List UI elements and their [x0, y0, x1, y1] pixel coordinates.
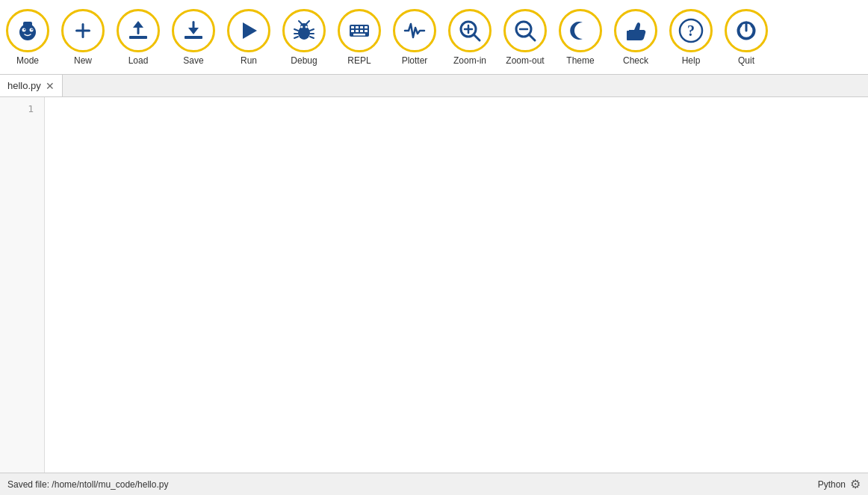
svg-line-21 [294, 29, 298, 31]
zoomin-button[interactable]: Zoom-in [442, 6, 497, 69]
save-button[interactable]: Save [166, 6, 221, 69]
editor-container: 1 [0, 97, 868, 473]
run-label: Run [241, 55, 257, 66]
run-icon [227, 9, 270, 52]
quit-button[interactable]: Quit [719, 6, 774, 69]
mode-label: Mode [16, 55, 39, 66]
svg-line-20 [306, 21, 309, 24]
svg-point-3 [24, 28, 25, 30]
svg-rect-36 [360, 30, 363, 32]
svg-line-19 [299, 21, 302, 24]
mode-icon [6, 9, 49, 52]
svg-point-4 [31, 28, 33, 30]
svg-rect-33 [365, 26, 368, 28]
check-label: Check [623, 55, 648, 66]
svg-line-23 [294, 37, 298, 38]
svg-point-27 [301, 25, 303, 28]
help-icon: ? [669, 9, 713, 52]
line-number-1: 1 [0, 102, 38, 117]
theme-label: Theme [566, 55, 594, 66]
plotter-label: Plotter [402, 55, 428, 66]
load-icon [117, 9, 160, 52]
svg-marker-15 [188, 28, 199, 34]
zoomin-icon [448, 9, 492, 52]
check-button[interactable]: Check [608, 6, 663, 69]
new-label: New [74, 55, 92, 66]
svg-rect-35 [356, 30, 359, 32]
repl-icon [338, 9, 381, 52]
statusbar: Saved file: /home/ntoll/mu_code/hello.py… [0, 473, 868, 495]
svg-marker-16 [243, 22, 257, 39]
tabbar: hello.py ✕ [0, 75, 868, 97]
settings-icon[interactable]: ⚙ [850, 477, 861, 491]
save-icon [172, 9, 215, 52]
svg-rect-37 [365, 30, 368, 32]
run-button[interactable]: Run [221, 6, 276, 69]
zoomin-label: Zoom-in [453, 55, 486, 66]
new-icon [61, 9, 105, 52]
zoomout-button[interactable]: Zoom-out [497, 6, 553, 69]
quit-label: Quit [738, 55, 754, 66]
load-label: Load [128, 55, 149, 66]
plotter-icon [393, 9, 436, 52]
statusbar-message: Saved file: /home/ntoll/mu_code/hello.py [7, 479, 168, 490]
svg-marker-12 [133, 21, 143, 28]
debug-icon [282, 9, 326, 52]
tab-filename: hello.py [7, 80, 41, 91]
svg-text:?: ? [687, 22, 695, 39]
zoomout-icon [503, 9, 547, 52]
svg-rect-32 [360, 26, 363, 28]
statusbar-right: Python ⚙ [818, 477, 861, 491]
mode-button[interactable]: Mode [0, 6, 55, 69]
svg-rect-30 [351, 26, 354, 28]
svg-rect-13 [185, 36, 202, 39]
svg-rect-38 [353, 34, 365, 36]
new-button[interactable]: New [55, 6, 111, 69]
editor-area[interactable] [45, 97, 868, 473]
svg-rect-34 [351, 30, 354, 32]
quit-icon [725, 9, 768, 52]
svg-rect-9 [75, 29, 90, 31]
line-numbers: 1 [0, 97, 45, 473]
plotter-button[interactable]: Plotter [387, 6, 442, 69]
tab-close-button[interactable]: ✕ [46, 81, 55, 91]
help-label: Help [682, 55, 701, 66]
help-button[interactable]: ? Help [663, 6, 719, 69]
save-label: Save [183, 55, 203, 66]
toolbar: Mode New Load [0, 0, 868, 75]
load-button[interactable]: Load [111, 6, 166, 69]
theme-icon [559, 9, 602, 52]
svg-line-24 [310, 29, 314, 31]
file-tab[interactable]: hello.py ✕ [0, 75, 63, 96]
repl-button[interactable]: REPL [332, 6, 387, 69]
theme-button[interactable]: Theme [553, 6, 608, 69]
svg-rect-6 [23, 22, 32, 25]
language-label: Python [818, 479, 846, 490]
repl-label: REPL [347, 55, 371, 66]
svg-line-41 [474, 34, 480, 40]
svg-rect-10 [129, 36, 147, 39]
debug-button[interactable]: Debug [276, 6, 332, 69]
check-icon [614, 9, 657, 52]
svg-line-45 [529, 34, 535, 40]
svg-line-26 [310, 37, 314, 38]
debug-label: Debug [291, 55, 317, 66]
zoomout-label: Zoom-out [506, 55, 544, 66]
svg-point-28 [306, 25, 308, 28]
svg-rect-31 [356, 26, 359, 28]
svg-rect-47 [627, 31, 631, 40]
